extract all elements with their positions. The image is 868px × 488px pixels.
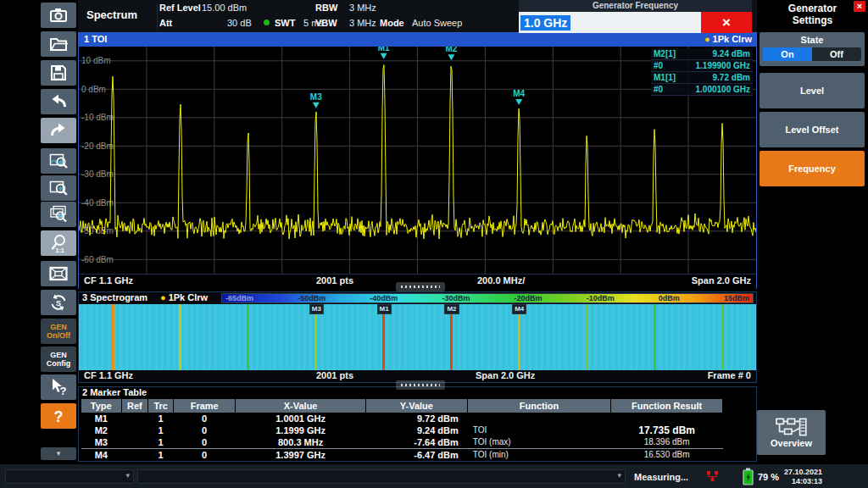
svg-text:-60 dBm: -60 dBm xyxy=(81,255,114,264)
state-label: State xyxy=(760,35,865,45)
att-value[interactable]: 30 dB xyxy=(227,18,252,28)
dialog-close-button[interactable]: × xyxy=(701,12,752,33)
cell-x-value: 1.3997 GHz xyxy=(236,449,365,461)
cell-frame: 0 xyxy=(174,424,235,436)
cell-trc: 1 xyxy=(148,436,173,448)
svg-text:-40 dBm: -40 dBm xyxy=(81,198,114,208)
state-off-toggle[interactable]: Off xyxy=(812,47,861,61)
folder-icon-button[interactable] xyxy=(41,31,76,57)
softkey-level[interactable]: Level xyxy=(760,73,865,108)
marker-table-row-M3[interactable]: M310800.3 MHz-7.64 dBmTOI (max)18.396 dB… xyxy=(81,436,723,448)
marker-readout-row: #01.199900 GHz xyxy=(651,60,753,72)
sweep-points[interactable]: 2001 pts xyxy=(316,275,353,286)
window-resize-handle[interactable] xyxy=(396,282,445,291)
vbw-value[interactable]: 3 MHz xyxy=(349,18,376,28)
svg-text:S: S xyxy=(56,299,61,308)
marker-table-row-M4[interactable]: M4101.3997 GHz-6.47 dBmTOI (min)16.530 d… xyxy=(81,448,723,461)
help-button[interactable]: ? xyxy=(41,403,76,429)
spectrum-plot[interactable]: 10 dBm0 dBm-10 dBm-20 dBm-30 dBm-40 dBm-… xyxy=(79,47,756,274)
ref-level-value[interactable]: 15.00 dBm xyxy=(202,3,247,13)
spectrogram-header[interactable]: 3 Spectrogram ●1Pk Clrw -65dBm-50dBm-40d… xyxy=(79,292,756,304)
scale-label: -30dBm xyxy=(442,293,470,303)
marker-table-row-M1[interactable]: M1101.0001 GHz9.72 dBm xyxy=(81,413,723,424)
multi-zoom-icon-button[interactable] xyxy=(41,202,76,227)
column-header-y-value[interactable]: Y-Value xyxy=(366,399,467,413)
state-button[interactable]: State On Off xyxy=(760,32,865,66)
status-dropdown-left[interactable]: ▾ xyxy=(5,469,134,484)
frame-icon-button[interactable] xyxy=(41,261,76,286)
marker-readout-panel: M2[1]9.24 dBm#01.199900 GHzM1[1]9.72 dBm… xyxy=(651,48,753,96)
column-header-function[interactable]: Function xyxy=(468,399,610,413)
cell-function-result: 18.396 dBm xyxy=(611,436,722,448)
scale-label: -10dBm xyxy=(587,293,615,303)
status-bar: ▾ ▾ Measuring... 79 % 27.10.2021 14:03:1… xyxy=(0,463,868,488)
cell-trc: 1 xyxy=(148,449,173,461)
toolbar-collapse-button[interactable]: ▾ xyxy=(41,447,76,460)
column-header-ref[interactable]: Ref xyxy=(122,399,148,413)
marker-readout-row: M1[1]9.72 dBm xyxy=(651,72,753,84)
marker-M1[interactable] xyxy=(381,53,387,59)
softkey-frequency[interactable]: Frequency xyxy=(760,151,865,186)
cell-x-value: 1.1999 GHz xyxy=(236,424,365,436)
spectrum-title-bar[interactable]: 1 TOI ●1Pk Clrw xyxy=(79,33,756,47)
overview-button[interactable]: Overview xyxy=(757,410,826,455)
status-dropdown-message[interactable]: ▾ xyxy=(137,469,626,484)
span-value[interactable]: Span 2.0 GHz xyxy=(476,370,535,380)
mode-value[interactable]: Auto Sweep xyxy=(412,18,462,28)
spectrogram-display[interactable]: M3M1M2M4 xyxy=(79,304,756,370)
rbw-value[interactable]: 3 MHz xyxy=(349,3,376,13)
marker-M4[interactable] xyxy=(515,99,522,105)
frame-number[interactable]: Frame # 0 xyxy=(708,370,751,380)
network-error-icon[interactable] xyxy=(706,470,719,486)
center-frequency[interactable]: CF 1.1 GHz xyxy=(84,275,133,286)
cell-ref xyxy=(122,436,148,448)
cell-type: M3 xyxy=(81,436,121,448)
marker-M3[interactable] xyxy=(313,103,320,108)
column-header-type[interactable]: Type xyxy=(81,399,121,413)
window-resize-handle[interactable] xyxy=(396,380,445,390)
svg-text:10 dBm: 10 dBm xyxy=(81,56,110,65)
svg-text:-10 dBm: -10 dBm xyxy=(81,113,114,122)
per-division[interactable]: 200.0 MHz/ xyxy=(477,275,525,286)
generator-frequency-input[interactable]: 1.0 GHz xyxy=(519,12,701,33)
undo-icon-button[interactable] xyxy=(41,89,76,114)
color-scale-labels: -65dBm-50dBm-40dBm-30dBm-20dBm-10dBm0dBm… xyxy=(221,293,754,303)
trace-dot-icon: ● xyxy=(704,34,710,44)
battery-icon[interactable] xyxy=(743,468,754,488)
column-header-function-result[interactable]: Function Result xyxy=(611,399,722,413)
marker-table-row-M2[interactable]: M2101.1999 GHz9.24 dBmTOI17.735 dBm xyxy=(81,424,723,436)
zoom-trace-icon-button[interactable] xyxy=(41,148,76,174)
panel-close-button[interactable]: × xyxy=(854,1,865,12)
sweep-icon-button[interactable]: S xyxy=(41,290,76,315)
pointer-help-icon-button[interactable]: ? xyxy=(41,374,76,400)
rbw-label: RBW xyxy=(315,3,337,13)
cell-type: M1 xyxy=(81,413,121,424)
floppy-icon-button[interactable] xyxy=(41,60,76,86)
svg-text:?: ? xyxy=(60,385,67,397)
gen-on-off-button[interactable]: GENOn/Off xyxy=(41,319,76,344)
sweep-points[interactable]: 2001 pts xyxy=(316,370,353,380)
svg-text:M1: M1 xyxy=(378,47,390,53)
left-toolbar: 1:1SGENOn/OffGENConfig?? xyxy=(0,0,78,463)
column-header-trc[interactable]: Trc xyxy=(148,399,173,413)
state-on-toggle[interactable]: On xyxy=(763,47,812,61)
zoom-icon-button[interactable] xyxy=(41,175,76,201)
generator-settings-panel: Generator Settings × State On Off LevelL… xyxy=(757,0,868,463)
gen-config-button[interactable]: GENConfig xyxy=(41,347,76,372)
column-header-x-value[interactable]: X-Value xyxy=(236,399,365,413)
center-frequency[interactable]: CF 1.1 GHz xyxy=(84,370,133,380)
scale-label: -65dBm xyxy=(225,293,253,303)
marker-M2[interactable] xyxy=(448,54,454,60)
tab-spectrum[interactable]: Spectrum xyxy=(86,8,137,21)
softkey-level-offset[interactable]: Level Offset xyxy=(760,112,865,147)
camera-icon-button[interactable] xyxy=(41,3,76,28)
cell-function-result: 16.530 dBm xyxy=(611,449,722,461)
measuring-status: Measuring... xyxy=(634,472,688,482)
scale-label: 0dBm xyxy=(659,293,680,303)
date-time[interactable]: 27.10.2021 14:03:13 xyxy=(775,468,822,486)
att-status-dot xyxy=(264,19,270,25)
spectrogram-legend: ●1Pk Clrw xyxy=(160,292,208,302)
span-value[interactable]: Span 2.0 GHz xyxy=(692,275,751,286)
cell-frame: 0 xyxy=(174,413,235,424)
column-header-frame[interactable]: Frame xyxy=(174,399,235,413)
